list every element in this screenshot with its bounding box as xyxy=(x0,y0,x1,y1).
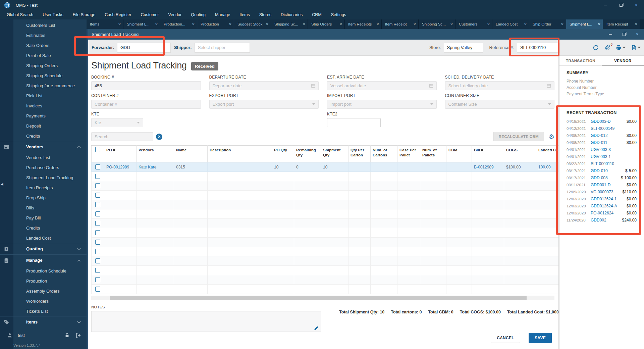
sidebar-section-quoting[interactable]: ?Quoting xyxy=(0,243,87,254)
row-checkbox[interactable] xyxy=(95,164,100,169)
sidebar-item-estimates[interactable]: Estimates xyxy=(0,30,87,40)
edit-notes-icon[interactable] xyxy=(314,326,319,331)
row-checkbox[interactable] xyxy=(95,249,100,254)
document-tab[interactable]: Shipping Sc...✕ xyxy=(271,19,308,29)
document-tab[interactable]: Item Receipts✕ xyxy=(345,19,382,29)
menu-item-cash-register[interactable]: Cash Register xyxy=(100,10,136,19)
window-minimize-button[interactable] xyxy=(598,0,613,10)
row-checkbox[interactable] xyxy=(95,258,100,263)
document-tab[interactable]: Items✕ xyxy=(87,19,123,29)
transaction-link[interactable]: VC-0000073 xyxy=(591,190,613,194)
input-est-arrive-date[interactable]: Vessel arrival date xyxy=(327,81,437,90)
transaction-link[interactable]: UGV-003-1 xyxy=(591,154,611,159)
row-checkbox[interactable] xyxy=(95,230,100,235)
document-minimize-button[interactable] xyxy=(604,29,617,40)
transaction-link[interactable]: PO-0012624 xyxy=(591,211,613,215)
sidebar-item-shipping-for-e-commerce[interactable]: Shipping for e-commerce xyxy=(0,81,87,91)
menu-item-file-storage[interactable]: File Storage xyxy=(68,10,100,19)
shipper-input[interactable] xyxy=(195,43,250,53)
sidebar-collapse-icon[interactable]: ◀ xyxy=(1,182,3,186)
sidebar-item-landed-cost[interactable]: Landed Cost xyxy=(0,233,87,243)
transaction-link[interactable]: GDD012624-1 xyxy=(591,197,616,201)
report-icon[interactable] xyxy=(631,45,641,50)
cancel-button[interactable]: CANCEL xyxy=(491,333,520,343)
sidebar-item-drop-ship[interactable]: Drop Ship xyxy=(0,193,87,203)
logout-icon[interactable] xyxy=(75,333,80,338)
print-icon[interactable] xyxy=(616,45,626,50)
menu-item-stores[interactable]: Stores xyxy=(255,10,276,19)
transaction-link[interactable]: UGV-003-3 xyxy=(591,147,611,152)
menu-item-customer[interactable]: Customer xyxy=(136,10,163,19)
document-tab[interactable]: Customers✕ xyxy=(455,19,492,29)
tab-close-icon[interactable]: ✕ xyxy=(450,22,453,27)
select-all-checkbox[interactable] xyxy=(95,147,100,152)
panel-tab-vendor[interactable]: VENDOR xyxy=(602,56,644,65)
menu-item-crm[interactable]: CRM xyxy=(307,10,326,19)
sidebar-item-shipping-schedule[interactable]: Shipping Schedule xyxy=(0,70,87,81)
document-tab[interactable]: Shipment L...✕ xyxy=(123,19,160,29)
transaction-link[interactable]: GDD-008 xyxy=(591,176,608,180)
sidebar-item-customers-list[interactable]: Customers List xyxy=(0,20,87,30)
input-sched-delivery-date[interactable]: Sched. delivery date xyxy=(445,81,555,90)
tab-close-icon[interactable]: ✕ xyxy=(339,22,342,27)
lock-icon[interactable] xyxy=(65,333,69,338)
tab-close-icon[interactable]: ✕ xyxy=(598,22,601,27)
sidebar-item-assembly-orders[interactable]: Assembly Orders xyxy=(0,286,87,296)
transaction-link[interactable]: SLT-0000149 xyxy=(591,126,614,131)
sidebar-section-vendors[interactable]: Vendors xyxy=(0,141,87,152)
menu-item-quoting[interactable]: Quoting xyxy=(186,10,210,19)
sidebar-item-pick-list[interactable]: Pick List xyxy=(0,91,87,101)
sidebar-item-pay-bill[interactable]: Pay Bill xyxy=(0,213,87,223)
document-tab[interactable]: Shipment L...✕ xyxy=(566,19,603,29)
document-tab[interactable]: Item Receipt✕ xyxy=(382,19,419,29)
document-tab[interactable]: Production✕ xyxy=(197,19,234,29)
search-input[interactable] xyxy=(91,132,153,141)
tab-close-icon[interactable]: ✕ xyxy=(192,22,195,27)
row-checkbox[interactable] xyxy=(95,268,100,273)
cell-link[interactable]: PO-0012989 xyxy=(106,165,129,169)
scrollbar-thumb[interactable] xyxy=(110,296,527,300)
sidebar-item-bills[interactable]: Bills xyxy=(0,203,87,213)
document-tab[interactable]: Ship Order✕ xyxy=(529,19,566,29)
sidebar-section-manage[interactable]: Manage xyxy=(0,254,87,266)
sidebar-item-tickets-list[interactable]: Tickets List xyxy=(0,306,87,316)
reference-input[interactable] xyxy=(517,43,560,53)
sidebar-item-purchase-orders[interactable]: Purchase Orders xyxy=(0,162,87,172)
tab-close-icon[interactable]: ✕ xyxy=(487,22,490,27)
row-checkbox[interactable] xyxy=(95,174,100,179)
sidebar-item-credits[interactable]: Credits xyxy=(0,131,87,141)
document-restore-button[interactable] xyxy=(617,29,631,40)
save-button[interactable]: SAVE xyxy=(529,333,552,343)
sidebar-item-deposit[interactable]: Deposit xyxy=(0,121,87,131)
sidebar-item-workorders[interactable]: Workorders xyxy=(0,296,87,306)
transaction-link[interactable]: GDD-012 xyxy=(591,133,608,138)
input-departure-date[interactable]: Departure date xyxy=(209,81,319,90)
window-restore-button[interactable] xyxy=(613,0,629,10)
transaction-link[interactable]: GDD001-D xyxy=(591,183,610,187)
forwarder-input[interactable] xyxy=(117,43,171,53)
cell-link[interactable]: B-0012989 xyxy=(474,165,494,169)
sidebar-item-credits[interactable]: Credits xyxy=(0,223,87,233)
select-kte[interactable]: Kte xyxy=(91,118,143,127)
sidebar-item-item-receipts[interactable]: Item Receipts xyxy=(0,183,87,193)
row-checkbox[interactable] xyxy=(95,221,100,226)
menu-item-manage[interactable]: Manage xyxy=(210,10,235,19)
gear-icon[interactable]: ⚙ xyxy=(549,134,554,140)
document-tab[interactable]: Shipping Sc...✕ xyxy=(419,19,455,29)
row-checkbox[interactable] xyxy=(95,277,100,282)
sidebar-item-point-of-sale[interactable]: Point of Sale xyxy=(0,50,87,60)
tab-close-icon[interactable]: ✕ xyxy=(118,22,121,27)
tab-close-icon[interactable]: ✕ xyxy=(155,22,158,27)
tab-close-icon[interactable]: ✕ xyxy=(303,22,306,27)
sidebar-item-production[interactable]: Production xyxy=(0,276,87,286)
tab-close-icon[interactable]: ✕ xyxy=(413,22,416,27)
transaction-link[interactable]: GDD012624-A xyxy=(591,204,617,208)
select-container-size[interactable]: Container Size xyxy=(445,100,555,109)
document-close-button[interactable]: × xyxy=(631,29,644,40)
sidebar-item-vendors-list[interactable]: Vendors List xyxy=(0,152,87,162)
sidebar-item-sale-orders[interactable]: Sale Orders xyxy=(0,40,87,50)
sidebar-item-production-schedule[interactable]: Production Schedule xyxy=(0,266,87,276)
menu-item-global-search[interactable]: Global Search xyxy=(2,10,38,19)
input-booking-[interactable]: 455 xyxy=(91,81,201,90)
tab-close-icon[interactable]: ✕ xyxy=(229,22,232,27)
